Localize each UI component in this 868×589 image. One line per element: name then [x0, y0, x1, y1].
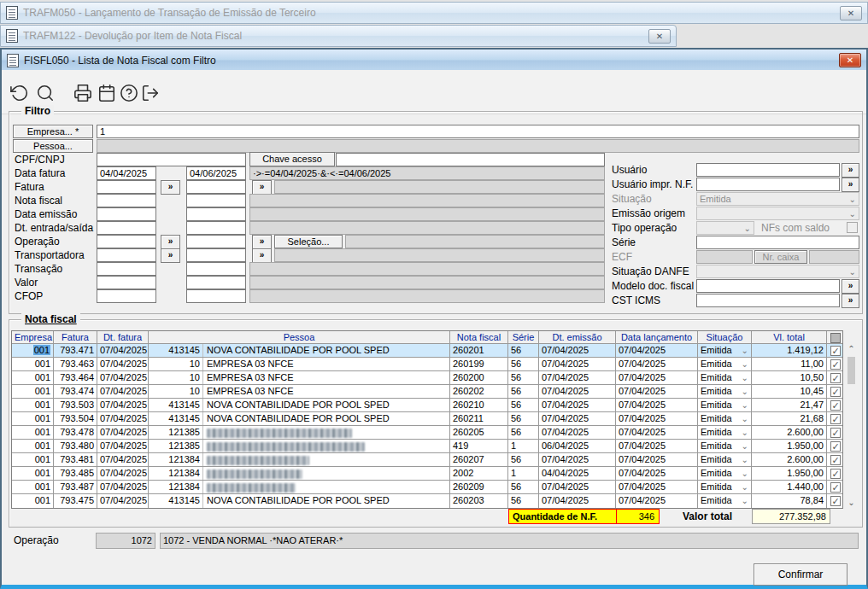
chave-acesso-field[interactable] — [336, 153, 605, 166]
table-row[interactable]: 001793.47507/04/2025413145NOVA CONTABILI… — [12, 494, 842, 508]
situacao-combo[interactable]: Emitida⌄ — [698, 385, 752, 398]
filter-field-a-7[interactable] — [97, 248, 156, 262]
pessoa-button[interactable]: Pessoa... — [13, 139, 93, 153]
column-header-3[interactable]: Pessoa — [149, 331, 450, 343]
table-row[interactable]: 001793.48507/04/20251213842002104/04/202… — [12, 467, 842, 481]
column-header-8[interactable]: Situação — [698, 331, 752, 343]
column-header-5[interactable]: Série — [508, 331, 539, 343]
tipo-operacao-combo[interactable]: ⌄ — [696, 221, 754, 235]
row-checkbox-cell[interactable]: ✓ — [827, 494, 844, 508]
expand-button-6[interactable]: » — [161, 235, 180, 249]
row-checkbox[interactable]: ✓ — [830, 373, 841, 383]
empresa-button[interactable]: Empresa... * — [13, 125, 93, 138]
row-checkbox[interactable]: ✓ — [830, 469, 841, 479]
row-checkbox[interactable]: ✓ — [830, 455, 841, 465]
situacao-combo[interactable]: Emitida⌄ — [698, 453, 752, 466]
filter-field-a-6[interactable] — [97, 235, 156, 248]
row-checkbox[interactable]: ✓ — [830, 359, 841, 370]
row-checkbox[interactable]: ✓ — [830, 346, 841, 356]
column-header-6[interactable]: Dt. emissão — [539, 331, 616, 343]
scroll-thumb[interactable] — [847, 357, 855, 384]
expand-right-button-2[interactable]: » — [252, 180, 272, 195]
expand-button-right-1[interactable]: » — [842, 178, 859, 192]
table-row[interactable]: 001793.48707/04/20251213842602095607/04/… — [12, 481, 842, 494]
column-header-0[interactable]: Empresa — [12, 331, 54, 343]
close-icon[interactable]: ✕ — [840, 6, 862, 20]
row-checkbox-cell[interactable]: ✓ — [827, 440, 844, 452]
nfs-com-saldo-checkbox[interactable] — [847, 222, 858, 233]
filter-field-a-9[interactable] — [97, 276, 156, 289]
row-checkbox-cell[interactable]: ✓ — [827, 344, 844, 357]
filter-field-a-8[interactable] — [97, 262, 156, 276]
filter-right-field-0[interactable] — [696, 163, 840, 177]
table-row[interactable]: 001793.48107/04/20251213842602075607/04/… — [12, 453, 842, 467]
close-icon[interactable]: ✕ — [839, 53, 861, 67]
filter-field-b-9[interactable] — [186, 276, 246, 289]
close-icon[interactable]: ✕ — [648, 29, 671, 44]
data-fatura-from-field[interactable]: 04/04/2025 — [97, 166, 156, 180]
selecao-button[interactable]: Seleção... — [274, 235, 343, 248]
filter-field-a-5[interactable] — [97, 221, 156, 235]
situacao-combo[interactable]: Emitida⌄ — [698, 399, 752, 411]
row-checkbox[interactable]: ✓ — [830, 387, 841, 397]
expand-button-right-8[interactable]: » — [842, 279, 859, 294]
filter-field-b-4[interactable] — [186, 207, 246, 221]
row-checkbox[interactable]: ✓ — [830, 428, 841, 438]
data-fatura-to-field[interactable]: 04/06/2025 — [186, 166, 246, 180]
serie-field[interactable] — [696, 236, 859, 249]
filter-field-b-5[interactable] — [186, 221, 246, 235]
situacao-combo[interactable]: Emitida⌄ — [698, 358, 752, 370]
filter-right-field-8[interactable] — [696, 279, 840, 293]
column-header-9[interactable]: Vl. total — [752, 331, 827, 343]
table-row[interactable]: 001793.46407/04/202510EMPRESA 03 NFCE260… — [12, 371, 842, 385]
situacao-combo[interactable]: Emitida⌄ — [698, 344, 752, 357]
situacao-combo[interactable]: Emitida⌄ — [698, 481, 752, 493]
expand-button-right-0[interactable]: » — [842, 163, 859, 178]
filter-field-b-2[interactable] — [186, 180, 246, 194]
row-checkbox-cell[interactable]: ✓ — [827, 371, 844, 384]
confirm-button[interactable]: Confirmar — [754, 563, 847, 586]
expand-right-button-7[interactable]: » — [252, 248, 272, 263]
help-icon[interactable] — [120, 84, 138, 102]
calendar-icon[interactable] — [97, 84, 116, 102]
expand-button-2[interactable]: » — [161, 180, 180, 195]
row-checkbox[interactable]: ✓ — [830, 400, 841, 411]
select-all-header[interactable] — [827, 331, 844, 343]
column-header-2[interactable]: Dt. fatura — [97, 331, 149, 343]
expand-button-7[interactable]: » — [161, 248, 180, 263]
table-row[interactable]: 001793.48007/04/2025121385419106/04/2025… — [12, 440, 842, 453]
table-scrollbar[interactable]: ⌃ ⌄ — [846, 344, 857, 507]
scroll-up-icon[interactable]: ⌃ — [846, 344, 857, 353]
filter-field-b-10[interactable] — [186, 289, 246, 303]
filter-field-b-8[interactable] — [186, 262, 246, 276]
situacao-combo[interactable]: Emitida⌄ — [698, 371, 752, 384]
filter-field-a-3[interactable] — [97, 194, 156, 207]
situacao-combo[interactable]: Emitida⌄ — [698, 440, 752, 452]
combo-7[interactable]: ⌄ — [696, 265, 859, 278]
row-checkbox-cell[interactable]: ✓ — [827, 412, 844, 425]
situacao-combo[interactable]: Emitida⌄ — [698, 467, 752, 480]
row-checkbox-cell[interactable]: ✓ — [827, 399, 844, 411]
row-checkbox-cell[interactable]: ✓ — [827, 481, 844, 493]
search-icon[interactable] — [36, 84, 55, 102]
exit-icon[interactable] — [141, 84, 160, 102]
select-all-checkbox[interactable] — [830, 333, 841, 343]
row-checkbox-cell[interactable]: ✓ — [827, 467, 844, 480]
table-row[interactable]: 001793.47807/04/20251213852602055607/04/… — [12, 426, 842, 440]
undo-icon[interactable] — [10, 84, 29, 102]
scroll-down-icon[interactable]: ⌄ — [846, 498, 857, 507]
filter-right-field-9[interactable] — [696, 294, 840, 307]
column-header-1[interactable]: Fatura — [54, 331, 97, 343]
row-checkbox-cell[interactable]: ✓ — [827, 453, 844, 466]
cpf-cnpj-field[interactable] — [97, 153, 246, 166]
filter-field-b-6[interactable] — [186, 235, 246, 248]
column-header-4[interactable]: Nota fiscal — [450, 331, 508, 343]
filter-field-b-7[interactable] — [186, 248, 246, 262]
table-row[interactable]: 001793.47407/04/202510EMPRESA 03 NFCE260… — [12, 385, 842, 399]
empresa-field[interactable]: 1 — [97, 125, 859, 138]
row-checkbox-cell[interactable]: ✓ — [827, 385, 844, 398]
row-checkbox-cell[interactable]: ✓ — [827, 426, 844, 439]
row-checkbox-cell[interactable]: ✓ — [827, 358, 844, 370]
filter-right-field-1[interactable] — [696, 178, 840, 191]
print-icon[interactable] — [73, 84, 92, 102]
